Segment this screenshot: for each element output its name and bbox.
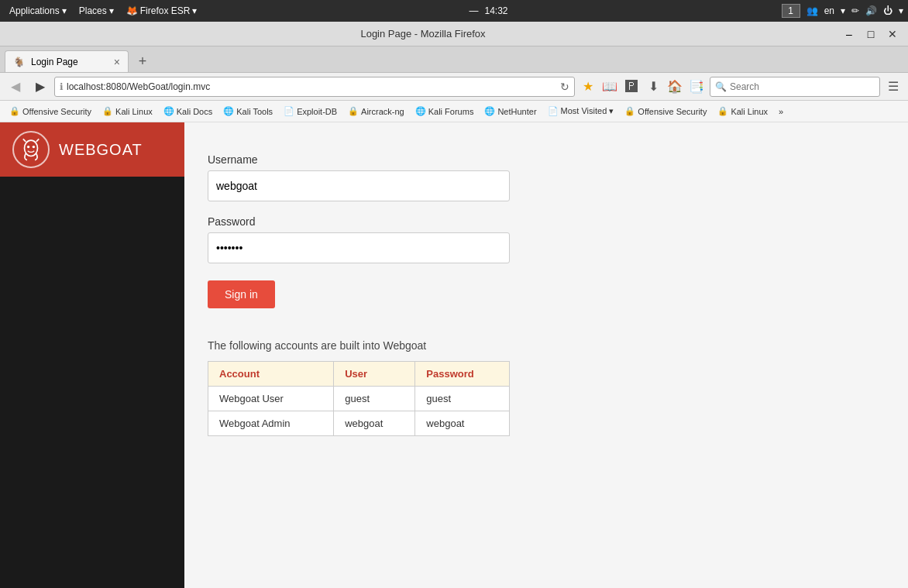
bookmark-icon-1: 🔒 (102, 106, 113, 116)
bookmark-most-visited[interactable]: 📄 Most Visited ▾ (543, 105, 619, 118)
firefox-label: Firefox ESR (140, 5, 191, 16)
accounts-info-text: The following accounts are built into We… (208, 339, 885, 352)
webgoat-title-part2: GOAT (97, 141, 143, 158)
power-icon: ⏻ (883, 5, 893, 16)
webgoat-header: WEBGOAT (0, 122, 184, 177)
bookmark-label-3: Kali Tools (236, 107, 273, 116)
bookmark-more-icon: » (779, 107, 783, 116)
reader-view-button[interactable]: 📖 (600, 77, 620, 97)
bookmark-icon-2: 🌐 (163, 106, 174, 116)
home-button[interactable]: 🏠 (665, 77, 685, 97)
bookmark-label-8: Most Visited ▾ (561, 106, 614, 116)
svg-point-2 (33, 146, 35, 148)
minimize-button[interactable]: – (840, 25, 858, 43)
taskbar-firefox[interactable]: 🦊 Firefox ESR ▾ (122, 4, 202, 18)
applications-chevron: ▾ (62, 5, 67, 16)
webgoat-title-part1: WEB (59, 141, 97, 158)
tab-label: Login Page (31, 57, 108, 67)
col-user: User (334, 362, 415, 387)
browser-content: WEBGOAT Username Password Sign in The fo… (0, 122, 908, 588)
bookmark-offensive-security[interactable]: 🔒 Offensive Security (5, 105, 96, 118)
bookmark-icon-10: 🔒 (717, 106, 728, 116)
bookmark-exploit-db[interactable]: 📄 Exploit-DB (279, 105, 342, 118)
volume-icon: 🔊 (865, 5, 877, 16)
bookmark-star-button[interactable]: ★ (578, 77, 598, 97)
main-content: Username Password Sign in The following … (184, 122, 908, 588)
nav-icons: ★ 📖 🅿 ⬇ 🏠 📑 (578, 77, 707, 97)
bookmark-kali-linux[interactable]: 🔒 Kali Linux (98, 105, 157, 118)
browser-tab[interactable]: 🐐 Login Page × (5, 50, 129, 72)
pocket-button[interactable]: 🅿 (621, 77, 641, 97)
reload-button[interactable]: ↻ (560, 81, 569, 93)
new-tab-button[interactable]: + (132, 50, 153, 72)
table-cell-user: guest (334, 387, 415, 411)
sign-in-button[interactable]: Sign in (208, 280, 275, 308)
table-cell-password: webgoat (415, 411, 510, 436)
taskbar-left: Applications ▾ Places ▾ 🦊 Firefox ESR ▾ (5, 4, 201, 18)
username-label: Username (208, 153, 885, 166)
bookmark-label-6: Kali Forums (428, 107, 474, 116)
bookmark-icon-8: 📄 (548, 106, 559, 116)
bookmark-label-4: Exploit-DB (297, 107, 337, 116)
download-button[interactable]: ⬇ (643, 77, 663, 97)
bookmarks-bar: 🔒 Offensive Security 🔒 Kali Linux 🌐 Kali… (0, 101, 908, 122)
bookmark-icon-6: 🌐 (415, 106, 426, 116)
taskbar-places[interactable]: Places ▾ (74, 4, 119, 18)
bookmark-kali-docs[interactable]: 🌐 Kali Docs (159, 105, 217, 118)
close-button[interactable]: ✕ (883, 25, 902, 43)
col-account: Account (208, 362, 334, 387)
taskbar-clock: 14:32 (479, 4, 514, 18)
url-input[interactable] (67, 81, 557, 92)
username-group: Username (208, 153, 885, 201)
menu-button[interactable]: ☰ (883, 77, 903, 97)
search-bar[interactable]: 🔍 (710, 77, 880, 97)
places-chevron: ▾ (109, 5, 114, 16)
table-row: Webgoat Userguestguest (208, 387, 510, 411)
clock-separator: — (469, 5, 479, 16)
webgoat-logo (12, 131, 50, 168)
tabs-bar: 🐐 Login Page × + (0, 46, 908, 73)
bookmark-more[interactable]: » (774, 105, 788, 118)
maximize-button[interactable]: □ (862, 25, 880, 43)
bookmark-kali-tools[interactable]: 🌐 Kali Tools (218, 105, 277, 118)
search-icon: 🔍 (715, 81, 727, 92)
url-bar[interactable]: ℹ ↻ (54, 77, 575, 97)
table-row: Webgoat Adminwebgoatwebgoat (208, 411, 510, 436)
window-controls: – □ ✕ (840, 25, 902, 43)
bookmark-kali-linux-2[interactable]: 🔒 Kali Linux (713, 105, 772, 118)
bookmark-label-10: Kali Linux (731, 107, 768, 116)
places-label: Places (79, 5, 107, 16)
synced-tabs-button[interactable]: 📑 (686, 77, 707, 97)
bookmark-icon-0: 🔒 (9, 106, 20, 116)
search-input[interactable] (730, 81, 875, 92)
taskbar-right: 1 👥 en ▾ ✏ 🔊 ⏻ ▾ (782, 4, 903, 18)
firefox-icon: 🦊 (126, 5, 138, 16)
firefox-chevron: ▾ (192, 5, 197, 16)
forward-button[interactable]: ▶ (29, 76, 51, 98)
table-cell-account: Webgoat User (208, 387, 334, 411)
bookmark-icon-5: 🔒 (348, 106, 359, 116)
bookmark-offensive-security-2[interactable]: 🔒 Offensive Security (620, 105, 711, 118)
bookmark-kali-forums[interactable]: 🌐 Kali Forums (411, 105, 479, 118)
bookmark-label-5: Aircrack-ng (361, 107, 404, 116)
users-icon: 👥 (807, 5, 818, 16)
back-button[interactable]: ◀ (5, 76, 26, 98)
url-security-icon: ℹ (60, 81, 64, 92)
taskbar: Applications ▾ Places ▾ 🦊 Firefox ESR ▾ … (0, 0, 908, 22)
bookmark-icon-3: 🌐 (223, 106, 234, 116)
browser-chrome: Login Page - Mozilla Firefox – □ ✕ 🐐 Log… (0, 22, 908, 122)
workspace-indicator[interactable]: 1 (782, 4, 800, 18)
window-titlebar: Login Page - Mozilla Firefox – □ ✕ (0, 22, 908, 46)
taskbar-applications[interactable]: Applications ▾ (5, 4, 71, 18)
webgoat-title: WEBGOAT (59, 141, 143, 159)
tab-close-button[interactable]: × (114, 57, 120, 67)
bookmark-aircrack-ng[interactable]: 🔒 Aircrack-ng (343, 105, 409, 118)
table-cell-account: Webgoat Admin (208, 411, 334, 436)
password-group: Password (208, 215, 885, 263)
password-input[interactable] (208, 232, 510, 263)
table-cell-user: webgoat (334, 411, 415, 436)
username-input[interactable] (208, 170, 510, 201)
bookmark-nethunter[interactable]: 🌐 NetHunter (480, 105, 541, 118)
taskbar-center: — 14:32 (208, 4, 775, 18)
col-password: Password (415, 362, 510, 387)
